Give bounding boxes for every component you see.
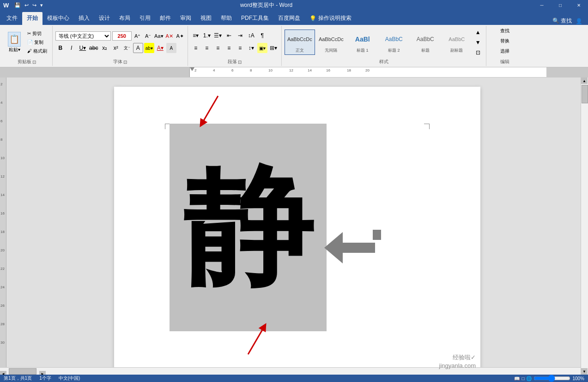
- para-expand-icon[interactable]: ⊡: [238, 60, 242, 65]
- cut-button[interactable]: ✂ 剪切: [25, 30, 49, 38]
- clipboard-expand-icon[interactable]: ⊡: [32, 60, 36, 65]
- change-case-button[interactable]: Aa▾: [154, 31, 164, 41]
- char-shading-button[interactable]: A: [166, 43, 176, 53]
- replace-button[interactable]: 替换: [498, 37, 512, 45]
- bold-button[interactable]: B: [55, 43, 66, 53]
- ruler-tick: 8: [250, 68, 252, 72]
- increase-indent-button[interactable]: ⇥: [235, 30, 245, 41]
- style-normal-name: 正文: [296, 48, 304, 54]
- maximize-button[interactable]: □: [551, 0, 570, 10]
- save-button[interactable]: 💾: [13, 2, 22, 8]
- tab-view[interactable]: 视图: [196, 12, 216, 25]
- font-name-select[interactable]: 等线 (中文正文): [55, 31, 111, 41]
- status-bar: 第1页，共1页 1个字 中文(中国) 📖 □ 🌐 100%: [0, 375, 588, 382]
- tab-review[interactable]: 审阅: [176, 12, 196, 25]
- style-title[interactable]: AaBbC 标题: [410, 30, 441, 55]
- web-view-button[interactable]: 🌐: [526, 376, 532, 381]
- customize-button[interactable]: ▾: [39, 2, 44, 8]
- show-marks-button[interactable]: ¶: [257, 30, 267, 41]
- align-left-button[interactable]: ≡: [191, 43, 201, 53]
- ribbon-tabs: 文件 开始 模板中心 插入 设计 布局 引用 邮件 审阅 视图 帮助 PDF工具…: [0, 10, 588, 25]
- indent-marker[interactable]: [190, 67, 194, 71]
- distributed-button[interactable]: ≡: [235, 43, 245, 53]
- gray-arrow-svg: [324, 225, 384, 271]
- style-h1-preview: AaBl: [350, 31, 376, 48]
- zoom-slider[interactable]: [533, 376, 570, 381]
- text-effect-button[interactable]: A✦: [176, 31, 185, 41]
- styles-scroll-up[interactable]: ▲: [473, 27, 483, 37]
- vruler-tick: 14: [0, 193, 5, 197]
- minimize-button[interactable]: ─: [533, 0, 551, 10]
- horizontal-scrollbar[interactable]: ◄ ►: [0, 367, 581, 375]
- decrease-indent-button[interactable]: ⇤: [224, 30, 234, 41]
- bullets-button[interactable]: ≡▾: [191, 30, 201, 41]
- share-icon[interactable]: 👤: [576, 18, 582, 24]
- phonetic-button[interactable]: 文⁻: [122, 43, 132, 53]
- subscript-button[interactable]: x₂: [100, 43, 110, 53]
- format-painter-button[interactable]: 🖌 格式刷: [25, 47, 49, 55]
- find-button[interactable]: 查找: [498, 27, 512, 35]
- align-center-button[interactable]: ≡: [202, 43, 212, 53]
- copy-button[interactable]: 📄 复制: [25, 38, 49, 47]
- font-color-button[interactable]: A▾: [155, 43, 165, 53]
- vruler-tick: 12: [0, 174, 5, 179]
- read-view-button[interactable]: 📖: [514, 376, 520, 381]
- tab-home[interactable]: 开始: [22, 12, 42, 25]
- paragraph-group: ≡▾ 1.▾ ☰▾ ⇤ ⇥ ↕A ¶ ≡ ≡ ≡ ≡ ≡ ↕▾ ▣▾ ⊞▾ 段落…: [188, 26, 282, 66]
- tab-file[interactable]: 文件: [2, 12, 22, 25]
- tab-mail[interactable]: 邮件: [155, 12, 176, 25]
- scroll-thumb[interactable]: [582, 85, 588, 103]
- italic-button[interactable]: I: [67, 43, 77, 53]
- ruler-tick: 2: [194, 68, 196, 72]
- styles-scroll-down[interactable]: ▼: [473, 37, 483, 48]
- justify-button[interactable]: ≡: [224, 43, 234, 53]
- scroll-h-thumb[interactable]: [9, 368, 36, 375]
- line-spacing-button[interactable]: ↕▾: [246, 43, 256, 53]
- tab-template[interactable]: 模板中心: [42, 12, 74, 25]
- sort-button[interactable]: ↕A: [246, 30, 256, 41]
- undo-button[interactable]: ↩: [23, 2, 30, 8]
- style-normal[interactable]: AaBbCcDc 正文: [285, 30, 315, 55]
- shading-button[interactable]: ▣▾: [257, 43, 267, 53]
- tab-insert[interactable]: 插入: [74, 12, 94, 25]
- styles-expand[interactable]: ⊡: [473, 48, 483, 58]
- border-button[interactable]: ⊞▾: [268, 43, 279, 53]
- print-view-button[interactable]: □: [521, 376, 524, 381]
- style-nospace[interactable]: AaBbCcDc 无间隔: [316, 30, 346, 55]
- close-button[interactable]: ✕: [570, 0, 588, 10]
- scroll-up-button[interactable]: ▲: [581, 78, 588, 84]
- vertical-scrollbar[interactable]: ▲ ▼: [581, 78, 588, 375]
- multilevel-button[interactable]: ☰▾: [213, 30, 223, 41]
- tab-pdf[interactable]: PDF工具集: [236, 12, 273, 25]
- style-h2[interactable]: AaBbC 标题 2: [379, 30, 409, 55]
- superscript-button[interactable]: x²: [111, 43, 121, 53]
- style-subtitle[interactable]: AaBbC 副标题: [442, 30, 472, 55]
- underline-button[interactable]: U▾: [78, 43, 88, 53]
- clear-format-button[interactable]: A✕: [165, 31, 174, 41]
- tab-references[interactable]: 引用: [135, 12, 155, 25]
- strikethrough-button[interactable]: abc: [89, 43, 99, 53]
- clipboard-label: 剪贴板 ⊡: [18, 59, 36, 65]
- status-page[interactable]: 第1页，共1页: [4, 375, 32, 382]
- status-lang[interactable]: 中文(中国): [59, 375, 80, 382]
- select-button[interactable]: 选择: [498, 47, 512, 55]
- scroll-down-button[interactable]: ▼: [581, 368, 588, 375]
- tab-help[interactable]: 帮助: [216, 12, 236, 25]
- font-size-input[interactable]: [112, 31, 132, 41]
- highlight-button[interactable]: ab▾: [144, 43, 154, 53]
- redo-button[interactable]: ↪: [31, 2, 38, 8]
- numbering-button[interactable]: 1.▾: [202, 30, 212, 41]
- tab-layout[interactable]: 布局: [115, 12, 135, 25]
- style-h1[interactable]: AaBl 标题 1: [347, 30, 378, 55]
- status-words[interactable]: 1个字: [39, 375, 51, 382]
- tab-design[interactable]: 设计: [94, 12, 115, 25]
- vruler-tick: 10: [0, 156, 5, 160]
- tab-baidu[interactable]: 百度网盘: [273, 12, 305, 25]
- font-grow-button[interactable]: A⁺: [133, 31, 142, 41]
- align-right-button[interactable]: ≡: [213, 43, 223, 53]
- font-shrink-button[interactable]: A⁻: [144, 31, 153, 41]
- font-expand-icon[interactable]: ⊡: [123, 60, 127, 65]
- search-icon[interactable]: 🔍 查找: [552, 17, 572, 25]
- paste-button[interactable]: 📋 粘贴▾: [5, 30, 24, 54]
- char-border-button[interactable]: A: [133, 43, 143, 53]
